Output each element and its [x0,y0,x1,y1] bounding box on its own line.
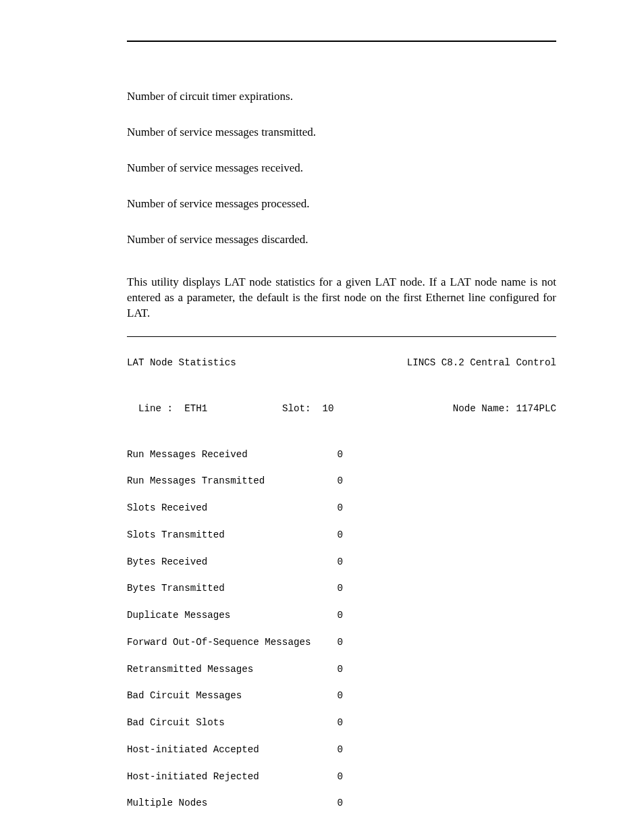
row-label: Host-initiated Rejected [127,771,329,784]
def-svc-received: Number of service messages received. [127,161,556,176]
row-value: 0 [329,529,343,542]
def-svc-processed: Number of service messages processed. [127,197,556,212]
row-label: Bad Circuit Slots [127,716,329,730]
def-circuit-timer: Number of circuit timer expirations. [127,89,556,105]
row-label: Slots Received [127,502,329,515]
row-label: Duplicate Messages [127,609,329,623]
table-row: Slots Transmitted0 [127,529,556,542]
row-label: Retransmitted Messages [127,663,329,677]
table-row: Forward Out-Of-Sequence Messages0 [127,636,556,650]
row-label: Bytes Transmitted [127,582,329,596]
table-row: Bad Circuit Messages0 [127,689,556,703]
table-row: Host-initiated Rejected0 [127,771,556,784]
table-row: Run Messages Transmitted0 [127,475,556,488]
table-row: Duplicate Messages0 [127,609,556,623]
table-row: Run Messages Received0 [127,448,556,462]
row-value: 0 [329,556,343,569]
row-value: 0 [329,716,343,730]
term-slot-field: Slot: 10 [282,402,397,416]
def-svc-transmitted: Number of service messages transmitted. [127,125,556,140]
top-rule [127,41,556,42]
term-title: LAT Node Statistics [127,357,236,370]
table-row: Bytes Received0 [127,556,556,569]
row-value: 0 [329,797,343,810]
table-row: Retransmitted Messages0 [127,663,556,677]
intro-paragraph: This utility displays LAT node statistic… [127,275,556,321]
table-row: Host-initiated Accepted0 [127,744,556,757]
table-row: Bad Circuit Slots0 [127,716,556,730]
term-line-field: Line : ETH1 [127,402,282,416]
row-label: Bytes Received [127,556,329,569]
row-label: Forward Out-Of-Sequence Messages [127,636,329,650]
row-label: Host-initiated Accepted [127,744,329,757]
row-value: 0 [329,744,343,757]
term-node-field: Node Name: 1174PLC [453,402,556,416]
row-value: 0 [329,663,343,677]
def-svc-discarded: Number of service messages discarded. [127,232,556,248]
row-value: 0 [329,502,343,515]
table-row: Bytes Transmitted0 [127,582,556,596]
row-value: 0 [329,689,343,703]
table-row: Slots Received0 [127,502,556,515]
row-label: Multiple Nodes [127,797,329,810]
terminal-panel: LAT Node StatisticsLINCS C8.2 Central Co… [127,336,556,835]
row-value: 0 [329,609,343,623]
row-label: Slots Transmitted [127,529,329,542]
page: Number of circuit timer expirations. Num… [0,0,644,834]
row-value: 0 [329,636,343,650]
row-value: 0 [329,582,343,596]
row-label: Run Messages Transmitted [127,475,329,488]
row-label: Run Messages Received [127,448,329,462]
term-system: LINCS C8.2 Central Control [407,357,556,370]
row-value: 0 [329,448,343,462]
table-row: Multiple Nodes0 [127,797,556,810]
row-value: 0 [329,771,343,784]
row-value: 0 [329,475,343,488]
row-label: Bad Circuit Messages [127,689,329,703]
